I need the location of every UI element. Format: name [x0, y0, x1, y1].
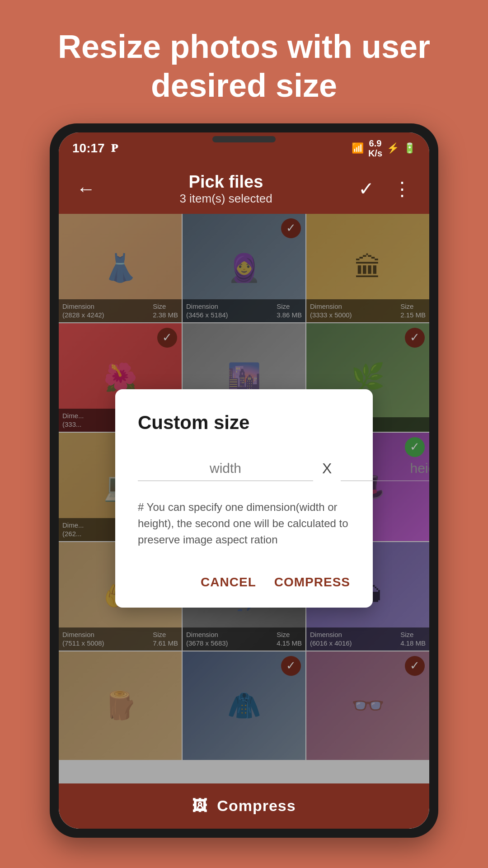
dialog-hint-text: # You can specify one dimension(width or… — [138, 499, 350, 548]
selection-count: 3 item(s) selected — [179, 192, 272, 206]
dialog-actions: CANCEL COMPRESS — [138, 571, 350, 594]
height-input[interactable] — [341, 456, 429, 481]
time: 10:17 — [72, 141, 105, 156]
network-speed: 6.9K/s — [368, 138, 382, 158]
compress-bar[interactable]: 🖼 Compress — [59, 783, 429, 829]
phone-frame: 10:17 𝐏 📶 6.9K/s ⚡ 🔋 ← Pick files 3 item… — [50, 123, 438, 838]
dimension-separator: X — [322, 460, 332, 477]
hero-text: Resize photos with user desired size — [0, 0, 488, 123]
menu-button[interactable]: ⋮ — [389, 178, 416, 200]
back-button[interactable]: ← — [72, 178, 99, 200]
phone-screen: 10:17 𝐏 📶 6.9K/s ⚡ 🔋 ← Pick files 3 item… — [59, 132, 429, 829]
charging-icon: ⚡ — [387, 142, 399, 154]
page-title: Pick files — [179, 172, 272, 192]
wifi-icon: 📶 — [352, 142, 364, 154]
dialog-title: Custom size — [138, 412, 350, 434]
confirm-button[interactable]: ✓ — [352, 178, 380, 200]
width-input[interactable] — [138, 456, 313, 481]
custom-size-dialog: Custom size X # You can specify one dime… — [115, 389, 373, 608]
phone-speaker — [212, 136, 276, 142]
dimension-inputs: X — [138, 456, 350, 481]
compress-button[interactable]: COMPRESS — [274, 571, 350, 594]
battery-icon: 🔋 — [404, 142, 416, 154]
app-header: ← Pick files 3 item(s) selected ✓ ⋮ — [59, 164, 429, 214]
p-icon: 𝐏 — [111, 142, 118, 155]
cancel-button[interactable]: CANCEL — [201, 571, 256, 594]
compress-label: Compress — [217, 797, 296, 815]
compress-icon: 🖼 — [192, 797, 208, 815]
dialog-overlay: Custom size X # You can specify one dime… — [59, 214, 429, 783]
